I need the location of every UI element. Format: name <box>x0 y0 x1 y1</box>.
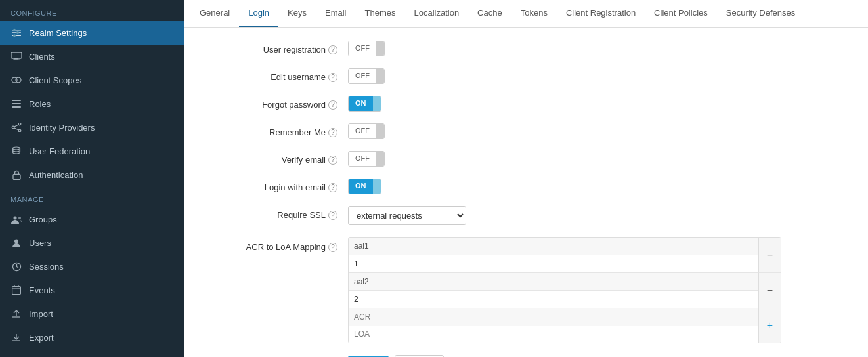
toggle-indicator <box>373 96 381 111</box>
user-registration-help-icon[interactable]: ? <box>328 45 337 54</box>
svg-point-21 <box>13 216 16 219</box>
tab-tokens[interactable]: Tokens <box>511 0 557 27</box>
toggle-off-label: OFF <box>349 152 376 166</box>
loa-input-2[interactable] <box>349 291 758 308</box>
svg-rect-8 <box>13 60 20 61</box>
tab-general[interactable]: General <box>190 0 239 27</box>
tab-email[interactable]: Email <box>316 0 356 27</box>
edit-username-control: OFF <box>348 68 848 84</box>
sidebar-item-sessions[interactable]: Sessions <box>0 255 184 278</box>
tab-themes[interactable]: Themes <box>355 0 404 27</box>
svg-rect-7 <box>14 58 18 60</box>
sidebar-item-realm-settings[interactable]: Realm Settings <box>0 21 184 45</box>
main-content: General Login Keys Email Themes Localiza… <box>184 0 868 357</box>
acr-cell-wrap-new <box>349 308 758 343</box>
require-ssl-select[interactable]: none external requests all requests <box>348 206 466 225</box>
tabs-bar: General Login Keys Email Themes Localiza… <box>184 0 868 28</box>
sidebar-item-identity-providers[interactable]: Identity Providers <box>0 116 184 139</box>
remember-me-label: Remember Me ? <box>204 123 348 137</box>
verify-email-row: Verify email ? OFF <box>204 151 848 167</box>
tab-client-registration[interactable]: Client Registration <box>557 0 645 27</box>
tab-cache[interactable]: Cache <box>468 0 511 27</box>
tab-client-policies[interactable]: Client Policies <box>645 0 717 27</box>
user-registration-control: OFF <box>348 41 848 56</box>
forgot-password-toggle[interactable]: ON <box>348 96 381 112</box>
acr-loa-mapping-control: − − <box>348 237 848 343</box>
sidebar-item-roles[interactable]: Roles <box>0 92 184 116</box>
sidebar-item-user-federation-label: User Federation <box>29 146 90 156</box>
tab-localization[interactable]: Localization <box>404 0 468 27</box>
toggle-on-label: ON <box>349 179 373 194</box>
acr-remove-btn-1[interactable]: − <box>758 238 781 273</box>
require-ssl-label: Require SSL ? <box>204 206 348 220</box>
acr-loa-mapping-help-icon[interactable]: ? <box>328 243 337 252</box>
svg-point-23 <box>14 239 18 243</box>
tab-keys[interactable]: Keys <box>278 0 316 27</box>
svg-point-15 <box>18 129 21 132</box>
svg-point-10 <box>16 77 21 83</box>
sidebar: Configure Realm Settings Clients Client … <box>0 0 184 357</box>
sidebar-item-groups[interactable]: Groups <box>0 207 184 231</box>
sidebar-item-user-federation[interactable]: User Federation <box>0 139 184 163</box>
database-icon <box>11 145 22 157</box>
sidebar-item-events[interactable]: Events <box>0 278 184 302</box>
acr-input-1[interactable] <box>349 238 758 255</box>
svg-line-18 <box>14 128 19 130</box>
sidebar-item-import[interactable]: Import <box>0 302 184 326</box>
sidebar-item-users[interactable]: Users <box>0 231 184 255</box>
acr-input-new[interactable] <box>349 308 758 326</box>
tab-login[interactable]: Login <box>239 0 278 27</box>
verify-email-help-icon[interactable]: ? <box>328 156 337 165</box>
require-ssl-help-icon[interactable]: ? <box>328 211 337 220</box>
clock-icon <box>11 261 22 272</box>
edit-username-row: Edit username ? OFF <box>204 68 848 84</box>
sidebar-item-export[interactable]: Export <box>0 326 184 349</box>
sidebar-item-events-label: Events <box>29 285 55 295</box>
acr-cell-wrap-2 <box>349 273 758 308</box>
acr-remove-btn-2[interactable]: − <box>758 273 781 308</box>
acr-row-new: + <box>349 308 781 343</box>
edit-username-toggle[interactable]: OFF <box>348 68 385 84</box>
login-with-email-help-icon[interactable]: ? <box>328 183 337 192</box>
acr-cell-wrap-1 <box>349 238 758 273</box>
login-with-email-toggle[interactable]: ON <box>348 178 381 194</box>
verify-email-label: Verify email ? <box>204 151 348 165</box>
acr-table: − − <box>348 237 781 343</box>
sidebar-item-users-label: Users <box>29 238 51 248</box>
list-icon <box>11 98 22 110</box>
remember-me-toggle[interactable]: OFF <box>348 123 385 139</box>
svg-rect-25 <box>12 287 21 295</box>
svg-point-14 <box>18 123 21 125</box>
circles-icon <box>11 74 22 86</box>
acr-input-2[interactable] <box>349 273 758 291</box>
forgot-password-row: Forgot password ? ON <box>204 96 848 112</box>
forgot-password-help-icon[interactable]: ? <box>328 100 337 110</box>
download-icon <box>11 331 22 343</box>
toggle-on-label: ON <box>349 96 373 111</box>
verify-email-toggle[interactable]: OFF <box>348 151 385 167</box>
sidebar-item-client-scopes[interactable]: Client Scopes <box>0 68 184 92</box>
svg-point-16 <box>12 126 14 129</box>
sidebar-item-roles-label: Roles <box>29 99 51 109</box>
edit-username-help-icon[interactable]: ? <box>328 73 337 82</box>
user-registration-toggle[interactable]: OFF <box>348 41 385 56</box>
toggle-off-label: OFF <box>349 69 376 83</box>
svg-point-19 <box>13 147 20 150</box>
remember-me-help-icon[interactable]: ? <box>328 128 337 137</box>
sidebar-item-authentication[interactable]: Authentication <box>0 163 184 186</box>
svg-rect-12 <box>12 103 21 104</box>
sidebar-item-clients[interactable]: Clients <box>0 45 184 68</box>
upload-icon <box>11 308 22 320</box>
loa-input-1[interactable] <box>349 255 758 273</box>
forgot-password-label: Forgot password ? <box>204 96 348 110</box>
sidebar-item-client-scopes-label: Client Scopes <box>29 75 81 85</box>
loa-input-new[interactable] <box>349 326 758 343</box>
require-ssl-row: Require SSL ? none external requests all… <box>204 206 848 225</box>
svg-point-3 <box>16 32 19 34</box>
acr-add-btn[interactable]: + <box>758 308 781 343</box>
svg-rect-13 <box>12 106 21 108</box>
sidebar-item-groups-label: Groups <box>29 215 57 224</box>
tab-security-defenses[interactable]: Security Defenses <box>717 0 805 27</box>
remember-me-row: Remember Me ? OFF <box>204 123 848 139</box>
toggle-indicator <box>373 179 381 194</box>
